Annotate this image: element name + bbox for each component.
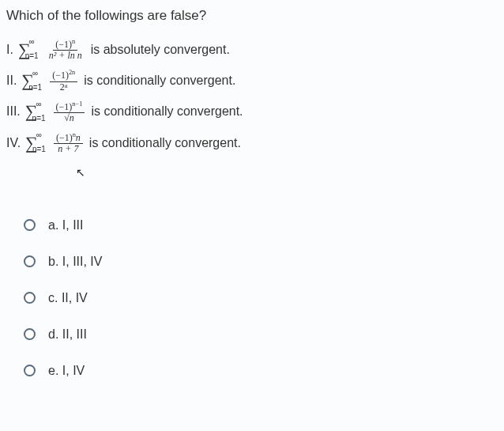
statement-3: III. ∑ ∞ n=1 (−1)n−1 √n is conditionally… <box>6 100 498 123</box>
option-label-c: c. II, IV <box>48 291 88 305</box>
radio-icon[interactable] <box>24 365 36 376</box>
option-label-d: d. II, III <box>48 327 87 342</box>
fraction-4: (−1)nn n + 7 <box>54 131 83 154</box>
question-text: Which of the followings are false? <box>6 8 498 24</box>
radio-icon[interactable] <box>24 255 36 267</box>
sigma-sub-1: n=1 <box>25 51 39 60</box>
desc-3: is conditionally convergent. <box>91 104 243 119</box>
sigma-sup-2: ∞ <box>32 69 38 78</box>
fraction-2: (−1)2n 2ⁿ <box>50 69 77 92</box>
cursor-icon: ↖ <box>76 166 85 179</box>
statements-block: I. ∑ ∞ n=1 (−1)n n² + ln n is absolutely… <box>6 38 498 155</box>
option-label-e: e. I, IV <box>48 364 85 378</box>
formula-3: ∑ ∞ n=1 (−1)n−1 √n <box>25 100 85 123</box>
radio-icon[interactable] <box>24 219 36 231</box>
statement-2: II. ∑ ∞ n=1 (−1)2n 2ⁿ is conditionally c… <box>6 69 498 92</box>
formula-4: ∑ ∞ n=1 (−1)nn n + 7 <box>25 131 83 154</box>
roman-1: I. <box>6 43 13 57</box>
sigma-sub-4: n=1 <box>32 145 46 153</box>
fraction-1: (−1)n n² + ln n <box>47 38 85 61</box>
option-label-b: b. I, III, IV <box>48 255 102 269</box>
option-b[interactable]: b. I, III, IV <box>24 255 498 269</box>
radio-icon[interactable] <box>24 292 36 304</box>
statement-1: I. ∑ ∞ n=1 (−1)n n² + ln n is absolutely… <box>6 38 498 61</box>
sigma-sub-3: n=1 <box>32 114 46 123</box>
option-d[interactable]: d. II, III <box>24 327 498 342</box>
sigma-sup-3: ∞ <box>36 100 41 108</box>
roman-4: IV. <box>6 136 21 150</box>
formula-1: ∑ ∞ n=1 (−1)n n² + ln n <box>18 38 85 61</box>
desc-1: is absolutely convergent. <box>91 43 230 57</box>
roman-2: II. <box>6 74 17 88</box>
option-a[interactable]: a. I, III <box>24 218 498 233</box>
option-label-a: a. I, III <box>48 218 83 233</box>
option-c[interactable]: c. II, IV <box>24 291 498 305</box>
sigma-sup-1: ∞ <box>29 37 35 46</box>
formula-2: ∑ ∞ n=1 (−1)2n 2ⁿ <box>21 69 77 92</box>
sigma-sub-2: n=1 <box>28 83 42 92</box>
desc-2: is conditionally convergent. <box>84 74 235 88</box>
options-block: a. I, III b. I, III, IV c. II, IV d. II,… <box>24 218 498 378</box>
sigma-sup-4: ∞ <box>36 130 42 139</box>
statement-4: IV. ∑ ∞ n=1 (−1)nn n + 7 is conditionall… <box>6 131 498 154</box>
fraction-3: (−1)n−1 √n <box>54 100 85 123</box>
desc-4: is conditionally convergent. <box>89 136 241 150</box>
option-e[interactable]: e. I, IV <box>24 364 498 378</box>
roman-3: III. <box>6 104 21 119</box>
radio-icon[interactable] <box>24 328 36 340</box>
